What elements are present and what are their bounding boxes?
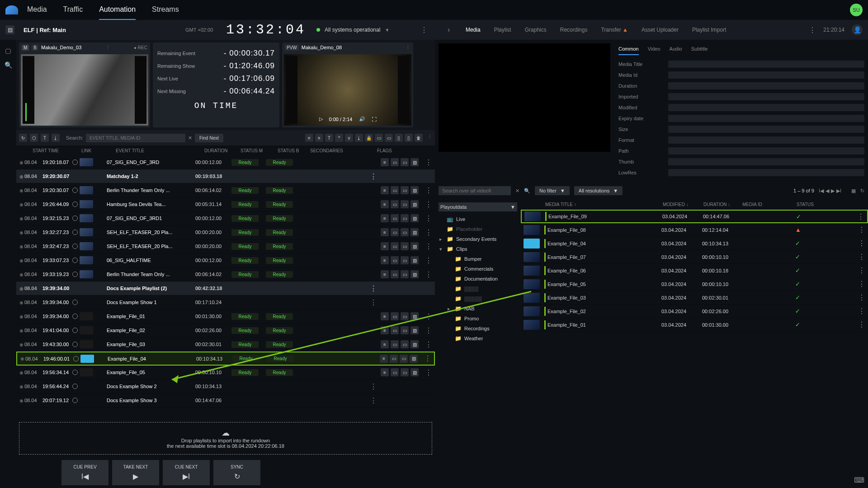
field-value[interactable] [668, 82, 864, 89]
field-value[interactable] [668, 61, 864, 68]
flag-icon[interactable]: ≡ [381, 326, 389, 334]
tool-icon[interactable]: ⭳ [355, 134, 363, 142]
tool-icon[interactable]: ▯ [395, 134, 403, 142]
tree-item[interactable]: 📺Live [439, 214, 517, 224]
cue-next-button[interactable]: CUE NEXT▶I [163, 460, 210, 485]
field-value[interactable] [668, 126, 864, 133]
status-dropdown-icon[interactable]: ▼ [385, 28, 389, 33]
fullscreen-icon[interactable]: ⛶ [372, 117, 377, 122]
playlist-row[interactable]: ◉08.0419:20:30.07Matchday 1-200:19:03.18… [16, 169, 435, 183]
row-more-icon[interactable]: ⋮ [425, 158, 432, 167]
playlist-row[interactable]: ◉08.0419:32:27.23SEH_ELF_TEASER_20 Pla..… [16, 225, 435, 239]
grid-more-icon[interactable]: ⋮ [857, 212, 864, 221]
panel-toggle-icon[interactable]: ▤ [5, 25, 14, 34]
flag-icon[interactable]: ≡ [381, 270, 389, 278]
field-value[interactable] [668, 169, 864, 176]
flag-icon[interactable]: ▭ [391, 368, 399, 376]
grid-more-icon[interactable]: ⋮ [858, 307, 865, 315]
col-status-b[interactable]: STATUS B [278, 148, 310, 153]
flag-icon[interactable]: ▧ [410, 326, 419, 334]
flag-icon[interactable]: ≡ [381, 340, 389, 348]
right-tab-graphics[interactable]: Graphics [525, 27, 547, 33]
play-icon[interactable]: ▷ [319, 116, 323, 122]
nav-tab-traffic[interactable]: Traffic [63, 0, 83, 20]
flag-icon[interactable]: ▭ [391, 214, 399, 222]
flag-icon[interactable]: ▧ [410, 270, 419, 278]
chevron-icon[interactable]: ▸ [448, 306, 452, 312]
flag-icon[interactable]: ▭ [400, 355, 408, 363]
row-more-icon[interactable]: ⋮ [370, 284, 377, 293]
gcol-duration[interactable]: DURATION ↓ [703, 202, 742, 207]
tree-item[interactable]: 📁Weather [439, 333, 517, 343]
field-value[interactable] [668, 115, 864, 122]
keyboard-icon[interactable]: ⌨ [854, 476, 864, 484]
detail-tab-subtitle[interactable]: Subtitle [691, 43, 708, 55]
clear-filter-icon[interactable]: ✕ [515, 188, 519, 194]
tool-icon[interactable]: 🔒 [365, 134, 373, 142]
link-icon[interactable] [72, 314, 78, 319]
flag-icon[interactable]: ▭ [401, 340, 409, 348]
chevron-icon[interactable]: ▸ [439, 236, 444, 242]
right-more-icon[interactable]: ⋮ [809, 26, 816, 34]
flag-icon[interactable]: ▧ [410, 340, 419, 348]
nav-tab-media[interactable]: Media [27, 0, 47, 20]
flag-icon[interactable]: ≡ [381, 200, 389, 208]
gcol-media-title[interactable]: MEDIA TITLE ↑ [545, 202, 663, 207]
flag-icon[interactable]: ▧ [410, 355, 418, 363]
grid-view-icon[interactable]: ▦ [851, 188, 856, 194]
flag-icon[interactable]: ▭ [391, 326, 399, 334]
row-eye-icon[interactable]: ◉ [18, 300, 24, 305]
last-page-icon[interactable]: ▶I [836, 188, 841, 194]
tree-item[interactable]: 📁Documentation [439, 274, 517, 284]
tree-item[interactable]: 📁Promo [439, 314, 517, 324]
grid-row[interactable]: Example_File_0703.04.202400:00:10.10✓⋮ [521, 250, 868, 264]
preview-more-icon[interactable]: ⋮ [105, 45, 110, 51]
row-more-icon[interactable]: ⋮ [425, 200, 432, 209]
playlist-row[interactable]: ◉08.0419:46:00.01Example_File_0400:10:34… [16, 352, 435, 366]
grid-row[interactable]: Example_File_0803.04.202400:12:14.04▲⋮ [521, 223, 868, 237]
tree-item[interactable]: 📁▒▒▒▒ [439, 284, 517, 294]
tree-item[interactable]: 📁Recordings [439, 324, 517, 333]
cue-prev-button[interactable]: CUE PREVI◀ [61, 460, 108, 485]
right-tab-media[interactable]: Media [466, 27, 481, 33]
link-icon[interactable] [72, 188, 78, 193]
volume-icon[interactable]: 🔊 [359, 116, 365, 122]
row-more-icon[interactable]: ⋮ [370, 396, 377, 405]
link-icon[interactable] [73, 356, 79, 361]
flag-icon[interactable]: ▧ [410, 312, 419, 320]
left-more-icon[interactable]: ⋮ [420, 26, 428, 34]
playlist-row[interactable]: ◉08.0419:32:47.23SEH_ELF_TEASER_20 Pla..… [16, 239, 435, 253]
tool-icon[interactable]: ▯ [405, 134, 413, 142]
tool-icon[interactable]: T [325, 134, 333, 142]
col-status-m[interactable]: STATUS M [241, 148, 278, 153]
playlist-row[interactable]: ◉08.0419:39:34.00Docs Example Playlist (… [16, 282, 435, 296]
flag-icon[interactable]: ▭ [401, 158, 409, 166]
detail-tab-video[interactable]: Video [648, 43, 660, 55]
next-page-icon[interactable]: ▶ [831, 188, 835, 194]
chevron-icon[interactable]: ▾ [439, 246, 444, 252]
flag-icon[interactable]: ▭ [401, 214, 409, 222]
row-eye-icon[interactable]: ◉ [19, 356, 25, 361]
link-icon[interactable] [72, 384, 78, 389]
row-more-icon[interactable]: ⋮ [425, 256, 432, 265]
col-secondaries[interactable]: SECONDARIES [310, 148, 377, 153]
row-eye-icon[interactable]: ◉ [18, 342, 24, 347]
text-icon[interactable]: T [41, 134, 49, 142]
download-icon[interactable]: ⭳ [52, 134, 60, 142]
gcol-modified[interactable]: MODIFIED ↓ [663, 202, 703, 207]
monitor-icon[interactable]: 🖵 [3, 46, 14, 57]
flag-icon[interactable]: ▭ [391, 242, 399, 250]
row-eye-icon[interactable]: ◉ [18, 202, 24, 207]
right-tab-playlist[interactable]: Playlist [494, 27, 511, 33]
hexagon-icon[interactable]: ⬡ [30, 134, 38, 142]
row-eye-icon[interactable]: ◉ [18, 398, 24, 403]
drop-zone[interactable]: ☁ Drop playlists to import into the rund… [19, 422, 432, 455]
flag-icon[interactable]: ▧ [410, 228, 419, 236]
flag-icon[interactable]: ▭ [401, 228, 409, 236]
flag-icon[interactable]: ▭ [391, 200, 399, 208]
refresh-icon[interactable]: ↻ [19, 134, 27, 142]
flag-icon[interactable]: ▭ [391, 340, 399, 348]
nav-tab-automation[interactable]: Automation [99, 0, 136, 20]
row-more-icon[interactable]: ⋮ [425, 270, 432, 279]
col-flags[interactable]: FLAGS [377, 148, 404, 153]
